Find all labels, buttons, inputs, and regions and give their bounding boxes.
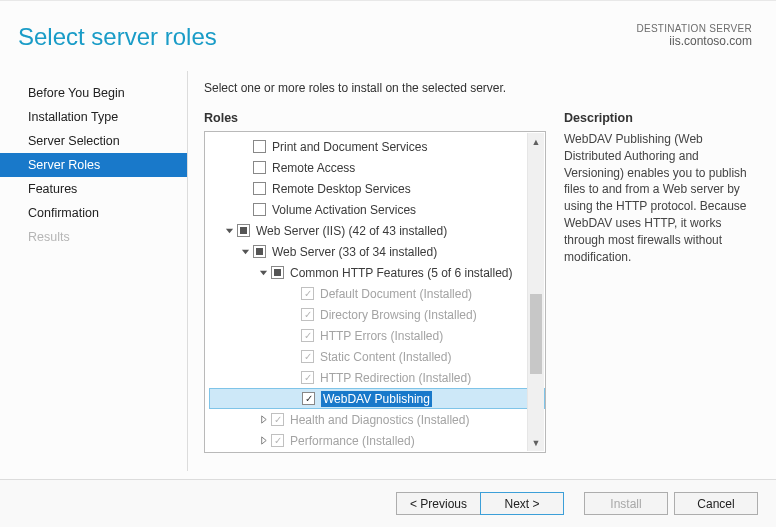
roles-tree[interactable]: Print and Document ServicesRemote Access… (205, 132, 545, 452)
tree-label[interactable]: Static Content (Installed) (320, 350, 451, 364)
tree-row[interactable]: Volume Activation Services (209, 199, 545, 220)
tree-row[interactable]: Health and Diagnostics (Installed) (209, 409, 545, 430)
main-panel: Select one or more roles to install on t… (188, 71, 776, 471)
tree-row[interactable]: Remote Desktop Services (209, 178, 545, 199)
checkbox (301, 329, 314, 342)
expander-none (239, 204, 251, 216)
tree-label[interactable]: Performance (Installed) (290, 434, 415, 448)
checkbox[interactable] (302, 392, 315, 405)
expander-none (288, 393, 300, 405)
nav-item-before-you-begin[interactable]: Before You Begin (0, 81, 187, 105)
expander-none (287, 372, 299, 384)
scroll-thumb[interactable] (530, 294, 542, 374)
checkbox[interactable] (253, 203, 266, 216)
tree-row[interactable]: HTTP Redirection (Installed) (209, 367, 545, 388)
expander-open-icon[interactable] (239, 246, 251, 258)
tree-label[interactable]: Remote Desktop Services (272, 182, 411, 196)
checkbox (301, 371, 314, 384)
tree-row[interactable]: Performance (Installed) (209, 430, 545, 451)
scroll-track[interactable] (528, 150, 544, 434)
tree-label[interactable]: HTTP Redirection (Installed) (320, 371, 471, 385)
checkbox[interactable] (253, 182, 266, 195)
tree-label[interactable]: Volume Activation Services (272, 203, 416, 217)
destination-label: DESTINATION SERVER (636, 23, 752, 34)
tree-row[interactable]: HTTP Errors (Installed) (209, 325, 545, 346)
tree-label[interactable]: Print and Document Services (272, 140, 427, 154)
expander-none (239, 183, 251, 195)
nav-item-installation-type[interactable]: Installation Type (0, 105, 187, 129)
wizard-body: Before You BeginInstallation TypeServer … (0, 71, 776, 471)
scrollbar-vertical[interactable]: ▲ ▼ (527, 133, 544, 451)
description-heading: Description (564, 111, 762, 125)
tree-label[interactable]: Remote Access (272, 161, 355, 175)
tree-row[interactable]: Web Server (33 of 34 installed) (209, 241, 545, 262)
checkbox (301, 308, 314, 321)
next-button[interactable]: Next > (480, 492, 564, 515)
tree-row[interactable]: Security (Installed) (209, 451, 545, 452)
expander-none (287, 330, 299, 342)
tree-label[interactable]: Common HTTP Features (5 of 6 installed) (290, 266, 513, 280)
tree-row[interactable]: Directory Browsing (Installed) (209, 304, 545, 325)
nav-item-confirmation[interactable]: Confirmation (0, 201, 187, 225)
install-button[interactable]: Install (584, 492, 668, 515)
columns: Roles Print and Document ServicesRemote … (204, 111, 762, 471)
destination-server-block: DESTINATION SERVER iis.contoso.com (636, 23, 752, 48)
wizard-header: Select server roles DESTINATION SERVER i… (0, 1, 776, 71)
checkbox (271, 413, 284, 426)
description-column: Description WebDAV Publishing (Web Distr… (564, 111, 762, 471)
tree-label[interactable]: Directory Browsing (Installed) (320, 308, 477, 322)
tree-row[interactable]: Default Document (Installed) (209, 283, 545, 304)
expander-closed-icon[interactable] (257, 435, 269, 447)
tree-label[interactable]: Web Server (33 of 34 installed) (272, 245, 437, 259)
previous-button[interactable]: < Previous (396, 492, 480, 515)
tree-label[interactable]: HTTP Errors (Installed) (320, 329, 443, 343)
tree-row[interactable]: Static Content (Installed) (209, 346, 545, 367)
scroll-up-icon[interactable]: ▲ (528, 133, 544, 150)
wizard-footer: < Previous Next > Install Cancel (0, 479, 776, 527)
tree-row[interactable]: Common HTTP Features (5 of 6 installed) (209, 262, 545, 283)
roles-heading: Roles (204, 111, 546, 125)
instruction-text: Select one or more roles to install on t… (204, 81, 762, 95)
checkbox[interactable] (237, 224, 250, 237)
checkbox[interactable] (253, 161, 266, 174)
expander-open-icon[interactable] (257, 267, 269, 279)
nav-item-server-roles[interactable]: Server Roles (0, 153, 187, 177)
tree-row[interactable]: Remote Access (209, 157, 545, 178)
tree-row[interactable]: WebDAV Publishing (209, 388, 545, 409)
checkbox (301, 350, 314, 363)
nav-item-server-selection[interactable]: Server Selection (0, 129, 187, 153)
roles-column: Roles Print and Document ServicesRemote … (204, 111, 546, 471)
nav-item-features[interactable]: Features (0, 177, 187, 201)
tree-row[interactable]: Print and Document Services (209, 136, 545, 157)
expander-none (287, 351, 299, 363)
tree-label[interactable]: WebDAV Publishing (321, 392, 432, 406)
tree-label[interactable]: Health and Diagnostics (Installed) (290, 413, 469, 427)
roles-tree-container: Print and Document ServicesRemote Access… (204, 131, 546, 453)
checkbox[interactable] (253, 245, 266, 258)
expander-none (287, 309, 299, 321)
checkbox (301, 287, 314, 300)
expander-open-icon[interactable] (223, 225, 235, 237)
wizard-window: Select server roles DESTINATION SERVER i… (0, 0, 776, 527)
nav-button-group: < Previous Next > (396, 492, 564, 515)
expander-none (287, 288, 299, 300)
destination-value: iis.contoso.com (636, 34, 752, 48)
tree-label[interactable]: Web Server (IIS) (42 of 43 installed) (256, 224, 447, 238)
cancel-button[interactable]: Cancel (674, 492, 758, 515)
tree-label[interactable]: Default Document (Installed) (320, 287, 472, 301)
tree-row[interactable]: Web Server (IIS) (42 of 43 installed) (209, 220, 545, 241)
expander-none (239, 162, 251, 174)
checkbox[interactable] (253, 140, 266, 153)
scroll-down-icon[interactable]: ▼ (528, 434, 544, 451)
checkbox[interactable] (271, 266, 284, 279)
expander-closed-icon[interactable] (257, 414, 269, 426)
wizard-nav: Before You BeginInstallation TypeServer … (0, 71, 188, 471)
description-text: WebDAV Publishing (Web Distributed Autho… (564, 131, 762, 265)
checkbox (271, 434, 284, 447)
expander-none (239, 141, 251, 153)
nav-item-results: Results (0, 225, 187, 249)
